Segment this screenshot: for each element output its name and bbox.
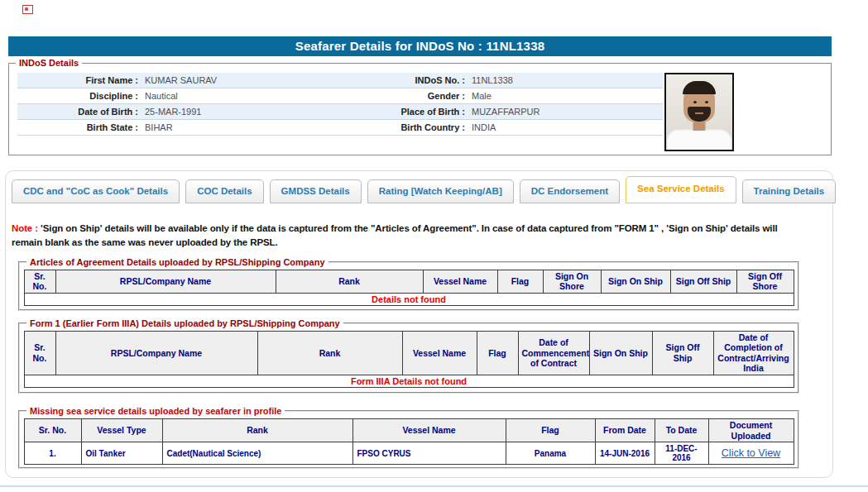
tab-training-details[interactable]: Training Details xyxy=(742,179,837,203)
table-header-row: Sr. No. RPSL/Company Name Rank Vessel Na… xyxy=(24,332,794,375)
footer-divider xyxy=(0,485,868,487)
photo-eye xyxy=(693,101,697,103)
field-value: BIHAR xyxy=(141,122,390,132)
col-sign-on-shore: Sign On Shore xyxy=(543,270,601,294)
field-value: 25-MAR-1991 xyxy=(141,107,390,117)
col-document-uploaded: Document Uploaded xyxy=(708,419,794,442)
note-body: 'Sign on Ship' details will be available… xyxy=(12,223,778,247)
field-label: INDoS No. : xyxy=(390,75,468,85)
detail-row: Birth State : BIHAR Birth Country : INDI… xyxy=(17,120,663,136)
col-sign-off-ship: Sign Off Ship xyxy=(670,270,736,294)
photo-hair xyxy=(683,81,716,94)
col-rank: Rank xyxy=(162,419,352,442)
table-header-row: Sr. No. RPSL/Company Name Rank Vessel Na… xyxy=(24,270,794,294)
form-iiia-not-found-message: Form IIIA Details not found xyxy=(24,375,794,387)
col-flag: Flag xyxy=(497,270,543,294)
table-header-row: Sr. No. Vessel Type Rank Vessel Name Fla… xyxy=(24,419,794,442)
form1-table: Sr. No. RPSL/Company Name Rank Vessel Na… xyxy=(24,331,794,388)
page-title: Seafarer Details for INDoS No : 11NL1338 xyxy=(8,36,832,56)
cell-vessel-name: FPSO CYRUS xyxy=(352,442,506,465)
col-sign-off-ship: Sign Off Ship xyxy=(652,332,713,375)
detail-row: Discipline : Nautical Gender : Male xyxy=(17,88,663,104)
field-label: Discipline : xyxy=(17,91,141,101)
col-sr-no: Sr. No. xyxy=(24,419,81,442)
field-value: MUZAFFARPUR xyxy=(468,107,663,117)
table-row: 1. Oil Tanker Cadet(Nautical Science) FP… xyxy=(24,442,794,465)
col-vessel-type: Vessel Type xyxy=(81,419,162,442)
cell-rank: Cadet(Nautical Science) xyxy=(162,442,352,465)
field-value: KUMAR SAURAV xyxy=(141,75,390,85)
col-sign-off-shore: Sign Off Shore xyxy=(736,270,794,294)
cell-document-uploaded: Click to View xyxy=(708,442,794,465)
tab-coc-details[interactable]: COC Details xyxy=(185,179,263,203)
photo-shirt xyxy=(667,128,731,150)
field-label: Birth Country : xyxy=(390,122,468,132)
field-label: Date of Birth : xyxy=(17,107,141,117)
field-value: Male xyxy=(468,91,663,101)
detail-row: First Name : KUMAR SAURAV INDoS No. : 11… xyxy=(17,73,663,88)
cell-flag: Panama xyxy=(506,442,595,465)
form1-legend: Form 1 (Earlier Form IIIA) Details uploa… xyxy=(26,318,343,329)
col-to-date: To Date xyxy=(655,419,708,442)
cell-vessel-type: Oil Tanker xyxy=(81,442,162,465)
tab-bar: CDC and "CoC as Cook" Details COC Detail… xyxy=(12,176,836,203)
articles-of-agreement-fieldset: Articles of Agreement Details uploaded b… xyxy=(18,261,799,311)
field-label: Birth State : xyxy=(17,122,141,132)
col-date-of-completion: Date of Completion of Contract/Arriving … xyxy=(713,332,794,375)
missing-sea-service-legend: Missing sea service details uploaded by … xyxy=(26,405,285,417)
field-label: Gender : xyxy=(390,91,468,101)
col-vessel-name: Vessel Name xyxy=(402,332,477,375)
missing-sea-service-table: Sr. No. Vessel Type Rank Vessel Name Fla… xyxy=(24,418,794,465)
col-sign-on-ship: Sign On Ship xyxy=(589,332,652,375)
photo-eye xyxy=(705,101,708,103)
col-rpsl-company-name: RPSL/Company Name xyxy=(55,270,276,294)
tab-sea-service-details[interactable]: Sea Service Details xyxy=(626,176,736,203)
note-prefix: Note : xyxy=(12,223,38,233)
cell-to-date: 11-DEC-2016 xyxy=(655,442,708,465)
click-to-view-link[interactable]: Click to View xyxy=(722,447,780,459)
col-flag: Flag xyxy=(506,419,595,442)
details-not-found-message: Details not found xyxy=(24,293,794,305)
cell-from-date: 14-JUN-2016 xyxy=(595,442,655,465)
seafarer-photo xyxy=(664,73,734,151)
field-value: 11NL1338 xyxy=(468,75,663,85)
empty-row: Details not found xyxy=(24,293,794,305)
tab-cdc-coc-as-cook-details[interactable]: CDC and "CoC as Cook" Details xyxy=(12,179,180,203)
tab-rating-watch-keeping-ab[interactable]: Rating [Watch Keeping/AB] xyxy=(367,179,514,203)
col-vessel-name: Vessel Name xyxy=(352,419,506,442)
detail-row: Date of Birth : 25-MAR-1991 Place of Bir… xyxy=(17,104,663,120)
col-sign-on-ship: Sign On Ship xyxy=(601,270,670,294)
col-from-date: From Date xyxy=(595,419,655,442)
col-sr-no: Sr. No. xyxy=(24,332,55,375)
col-rank: Rank xyxy=(257,332,402,375)
col-sr-no: Sr. No. xyxy=(24,270,55,294)
articles-legend: Articles of Agreement Details uploaded b… xyxy=(26,256,328,268)
missing-sea-service-fieldset: Missing sea service details uploaded by … xyxy=(18,410,799,469)
photo-mouth xyxy=(695,112,703,114)
tab-gmdss-details[interactable]: GMDSS Details xyxy=(270,179,362,203)
indos-details-table: First Name : KUMAR SAURAV INDoS No. : 11… xyxy=(17,73,663,136)
form1-fieldset: Form 1 (Earlier Form IIIA) Details uploa… xyxy=(18,322,799,394)
field-value: INDIA xyxy=(468,122,663,132)
field-value: Nautical xyxy=(141,91,390,101)
indos-details-legend: INDoS Details xyxy=(16,57,82,69)
page-header-bar: Seafarer Details for INDoS No : 11NL1338 xyxy=(8,36,832,56)
field-label: Place of Birth : xyxy=(390,107,468,117)
empty-row: Form IIIA Details not found xyxy=(24,375,794,387)
col-date-of-commencement: Date of Commencement of Contract xyxy=(518,332,589,375)
field-label: First Name : xyxy=(17,75,141,85)
broken-image-icon xyxy=(22,5,33,14)
col-flag: Flag xyxy=(477,332,518,375)
col-rpsl-company-name: RPSL/Company Name xyxy=(55,332,257,375)
articles-table: Sr. No. RPSL/Company Name Rank Vessel Na… xyxy=(24,270,794,306)
tab-dc-endorsement[interactable]: DC Endorsement xyxy=(520,179,620,203)
note-text: Note : 'Sign on Ship' details will be av… xyxy=(12,222,799,249)
col-rank: Rank xyxy=(276,270,423,294)
cell-sr-no: 1. xyxy=(24,442,81,465)
col-vessel-name: Vessel Name xyxy=(423,270,497,294)
